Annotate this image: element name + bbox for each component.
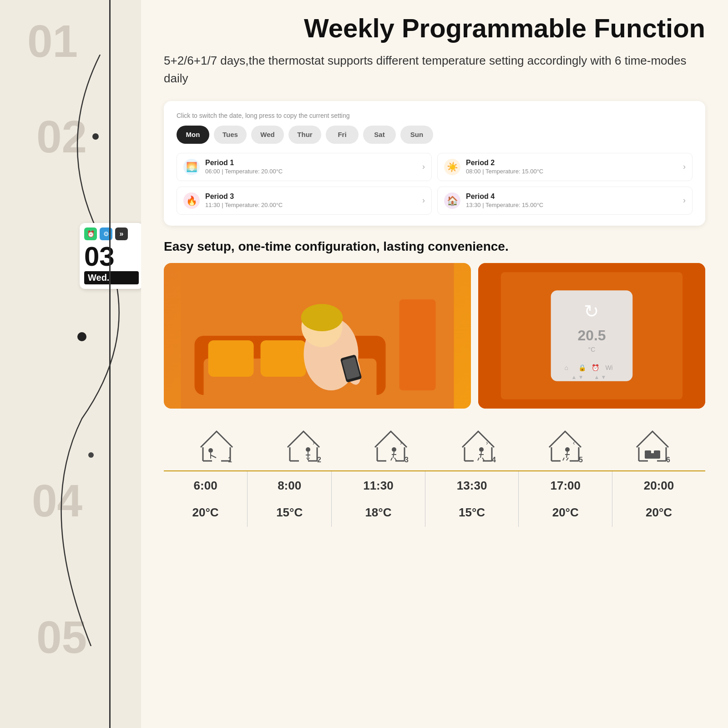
- day-mon[interactable]: Mon: [177, 126, 209, 144]
- time-5: 17:00: [519, 471, 612, 498]
- svg-line-78: [566, 458, 568, 460]
- photos-row: ↻ 20.5 °C ⌂ 🔒 ⏰ Wi ▲ ▼ ▲ ▼: [164, 263, 705, 409]
- house-icon-4: › 4: [458, 427, 499, 463]
- svg-rect-87: [654, 450, 660, 454]
- photo-thermostat: ↻ 20.5 °C ⌂ 🔒 ⏰ Wi ▲ ▼ ▲ ▼: [478, 263, 705, 409]
- time-3: 11:30: [332, 471, 425, 498]
- temp-6: 20°C: [612, 498, 705, 527]
- svg-text:⌂: ⌂: [565, 364, 568, 371]
- day-thur[interactable]: Thur: [288, 126, 321, 144]
- temp-1: 20°C: [164, 498, 248, 527]
- svg-line-56: [394, 458, 396, 460]
- svg-text:🔒: 🔒: [578, 364, 586, 372]
- day-sat[interactable]: Sat: [363, 126, 396, 144]
- mode-icon-2: › 2: [283, 427, 324, 463]
- easy-setup-title: Easy setup, one-time configuration, last…: [164, 239, 705, 254]
- period-4[interactable]: 🏠 Period 4 13:30 | Temperature: 15.00°C …: [437, 187, 693, 215]
- house-icon-5: ‹ 5: [545, 427, 586, 463]
- svg-text:↻: ↻: [584, 301, 600, 321]
- svg-text:›: ›: [400, 439, 402, 446]
- day-fri[interactable]: Fri: [326, 126, 359, 144]
- page-title: Weekly Programmable Function: [164, 14, 705, 43]
- svg-text:▲ ▼: ▲ ▼: [571, 374, 584, 380]
- temp-5: 20°C: [519, 498, 612, 527]
- house-icon-6: 6: [632, 427, 673, 463]
- svg-text:4: 4: [492, 456, 496, 463]
- times-row: 6:00 8:00 11:30 13:30 17:00 20:00: [164, 471, 705, 498]
- day-sun[interactable]: Sun: [400, 126, 433, 144]
- svg-point-12: [301, 304, 343, 331]
- period-1-info: Period 1 06:00 | Temperature: 20.00°C: [205, 159, 417, 175]
- svg-point-74: [565, 447, 570, 452]
- period-1-chevron: ›: [422, 162, 425, 172]
- svg-text:1: 1: [228, 456, 232, 463]
- temp-2: 15°C: [248, 498, 332, 527]
- wifi-icon: ⏰: [84, 228, 97, 240]
- svg-text:6: 6: [666, 456, 670, 463]
- mode-icon-1: 1: [196, 427, 237, 463]
- time-4: 13:30: [425, 471, 519, 498]
- svg-text:2: 2: [317, 456, 321, 463]
- schedule-hint: Click to switch the date, long press to …: [177, 112, 693, 119]
- svg-point-52: [392, 447, 396, 452]
- house-icon-1: 1: [196, 427, 237, 463]
- temps-row: 20°C 15°C 18°C 15°C 20°C 20°C: [164, 498, 705, 527]
- period-1[interactable]: 🌅 Period 1 06:00 | Temperature: 20.00°C …: [177, 153, 432, 181]
- period-1-name: Period 1: [205, 159, 417, 167]
- svg-rect-86: [645, 450, 651, 454]
- modes-section: 1 › 2: [164, 427, 705, 527]
- svg-text:›: ›: [486, 439, 488, 446]
- period-3-time: 11:30 | Temperature: 20.00°C: [205, 202, 417, 208]
- time-2: 8:00: [248, 471, 332, 498]
- day-tues[interactable]: Tues: [214, 126, 247, 144]
- period-2-name: Period 2: [466, 159, 677, 167]
- svg-point-63: [479, 447, 484, 452]
- periods-grid: 🌅 Period 1 06:00 | Temperature: 20.00°C …: [177, 153, 693, 215]
- temp-4: 15°C: [425, 498, 519, 527]
- period-3-icon: 🔥: [183, 192, 200, 209]
- photo-person: [164, 263, 471, 409]
- thermostat-illustration: ↻ 20.5 °C ⌂ 🔒 ⏰ Wi ▲ ▼ ▲ ▼: [478, 263, 705, 409]
- svg-point-3: [77, 332, 86, 341]
- device-number: 03: [84, 243, 139, 270]
- schedule-card: Click to switch the date, long press to …: [164, 101, 705, 226]
- period-2-chevron: ›: [683, 162, 686, 172]
- mode-icon-5: ‹ 5: [545, 427, 586, 463]
- house-icon-3: › 3: [370, 427, 411, 463]
- mode-icon-3: › 3: [370, 427, 411, 463]
- period-4-info: Period 4 13:30 | Temperature: 15.00°C: [466, 192, 677, 208]
- svg-text:⏰: ⏰: [592, 364, 600, 372]
- time-1: 6:00: [164, 471, 248, 498]
- day-buttons-row: Mon Tues Wed Thur Fri Sat Sun: [177, 126, 693, 144]
- page-subtitle: 5+2/6+1/7 days,the thermostat supports d…: [164, 52, 705, 87]
- time-6: 20:00: [612, 471, 705, 498]
- svg-line-67: [482, 458, 484, 460]
- mode-icon-4: › 4: [458, 427, 499, 463]
- temp-3: 18°C: [332, 498, 425, 527]
- svg-point-4: [88, 452, 94, 458]
- modes-icons-row: 1 › 2: [164, 427, 705, 463]
- house-icon-2: › 2: [283, 427, 324, 463]
- svg-point-41: [306, 447, 310, 452]
- period-1-time: 06:00 | Temperature: 20.00°C: [205, 168, 417, 175]
- period-4-chevron: ›: [683, 196, 686, 205]
- svg-text:°C: °C: [588, 346, 596, 353]
- period-2[interactable]: ☀️ Period 2 08:00 | Temperature: 15.00°C…: [437, 153, 693, 181]
- svg-text:‹: ‹: [573, 439, 575, 446]
- period-2-time: 08:00 | Temperature: 15.00°C: [466, 168, 677, 175]
- period-2-info: Period 2 08:00 | Temperature: 15.00°C: [466, 159, 677, 175]
- day-wed[interactable]: Wed: [251, 126, 284, 144]
- svg-point-1: [92, 133, 99, 140]
- svg-text:20.5: 20.5: [577, 327, 606, 344]
- period-3-name: Period 3: [205, 192, 417, 201]
- period-2-icon: ☀️: [444, 159, 460, 175]
- svg-text:5: 5: [579, 456, 583, 463]
- period-3[interactable]: 🔥 Period 3 11:30 | Temperature: 20.00°C …: [177, 187, 432, 215]
- person-illustration: [164, 263, 471, 409]
- svg-text:Wi: Wi: [605, 364, 612, 371]
- vertical-line: [109, 0, 111, 728]
- svg-text:3: 3: [404, 456, 409, 463]
- svg-text:›: ›: [313, 439, 315, 446]
- device-day: Wed.: [84, 271, 139, 284]
- period-3-info: Period 3 11:30 | Temperature: 20.00°C: [205, 192, 417, 208]
